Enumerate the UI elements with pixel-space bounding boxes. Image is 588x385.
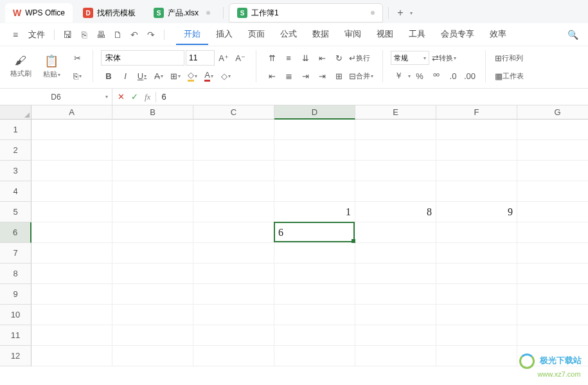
cell[interactable] bbox=[112, 346, 193, 366]
cell[interactable] bbox=[193, 264, 274, 284]
cell[interactable] bbox=[112, 222, 193, 243]
row-header[interactable]: 8 bbox=[0, 264, 31, 284]
cell[interactable] bbox=[517, 264, 588, 284]
cell[interactable] bbox=[517, 181, 588, 202]
cell[interactable] bbox=[517, 161, 588, 181]
borders-button[interactable]: ⊞▾ bbox=[168, 68, 183, 84]
cell[interactable] bbox=[436, 243, 517, 264]
align-right-icon[interactable]: ⇥ bbox=[298, 68, 313, 84]
cell[interactable] bbox=[193, 284, 274, 305]
file-menu[interactable]: 文件 bbox=[24, 29, 49, 40]
decrease-decimal-button[interactable]: .0 bbox=[445, 68, 461, 84]
fx-icon[interactable]: fx bbox=[145, 92, 150, 102]
cell[interactable] bbox=[355, 161, 436, 181]
spreadsheet-grid[interactable]: ABCDEFG 123456789101112 1896 bbox=[0, 105, 588, 385]
italic-button[interactable]: I bbox=[118, 68, 133, 84]
row-header[interactable]: 2 bbox=[0, 140, 31, 161]
cells-area[interactable]: 1896 bbox=[31, 120, 588, 366]
cell[interactable] bbox=[193, 140, 274, 161]
cell[interactable] bbox=[436, 284, 517, 305]
cell[interactable] bbox=[193, 325, 274, 346]
cell[interactable] bbox=[274, 120, 355, 140]
cell[interactable] bbox=[274, 325, 355, 346]
rows-cols-button[interactable]: ⊞行和列 bbox=[494, 50, 524, 66]
row-header[interactable]: 10 bbox=[0, 305, 31, 325]
cell[interactable] bbox=[355, 120, 436, 140]
row-header[interactable]: 7 bbox=[0, 243, 31, 264]
cell[interactable] bbox=[274, 140, 355, 161]
cell[interactable] bbox=[436, 181, 517, 202]
row-header[interactable]: 6 bbox=[0, 222, 31, 243]
tab-tools[interactable]: 工具 bbox=[401, 24, 433, 45]
cell[interactable]: 1 bbox=[274, 202, 355, 222]
number-format-select[interactable]: 常规▾ bbox=[391, 51, 429, 65]
column-header[interactable]: D bbox=[274, 105, 355, 120]
cell[interactable] bbox=[355, 243, 436, 264]
tab-formula[interactable]: 公式 bbox=[272, 24, 305, 45]
merge-button[interactable]: ⊟合并▾ bbox=[348, 68, 375, 84]
cell[interactable] bbox=[193, 305, 274, 325]
cell[interactable] bbox=[355, 305, 436, 325]
cell[interactable] bbox=[355, 325, 436, 346]
align-left-icon[interactable]: ⇤ bbox=[264, 68, 280, 84]
row-header[interactable]: 5 bbox=[0, 202, 31, 222]
name-box[interactable]: D6 ▾ bbox=[0, 89, 112, 105]
cell[interactable] bbox=[517, 202, 588, 222]
cell[interactable] bbox=[436, 264, 517, 284]
cell[interactable] bbox=[31, 284, 112, 305]
row-header[interactable]: 4 bbox=[0, 181, 31, 202]
print-preview-icon[interactable]: 🗋 bbox=[110, 27, 125, 42]
cell[interactable] bbox=[31, 305, 112, 325]
cell[interactable] bbox=[31, 243, 112, 264]
cell[interactable] bbox=[517, 140, 588, 161]
align-top-icon[interactable]: ⇈ bbox=[264, 50, 280, 66]
row-header[interactable]: 3 bbox=[0, 161, 31, 181]
tab-review[interactable]: 审阅 bbox=[337, 24, 369, 45]
select-all-corner[interactable] bbox=[0, 105, 31, 120]
tab-product[interactable]: S 产品.xlsx bbox=[146, 3, 218, 22]
transpose-button[interactable]: ⇄转换▾ bbox=[431, 50, 458, 66]
decrease-font-icon[interactable]: A⁻ bbox=[233, 50, 248, 66]
cell[interactable] bbox=[355, 181, 436, 202]
cell[interactable] bbox=[517, 222, 588, 243]
paste-button[interactable]: 📋 粘贴▾ bbox=[39, 50, 64, 82]
cell[interactable] bbox=[112, 264, 193, 284]
cancel-icon[interactable]: ✕ bbox=[118, 92, 125, 102]
cell[interactable] bbox=[355, 284, 436, 305]
chevron-down-icon[interactable]: ▾ bbox=[105, 94, 108, 100]
bold-button[interactable]: B bbox=[101, 68, 116, 84]
row-header[interactable]: 12 bbox=[0, 346, 31, 366]
cell[interactable] bbox=[517, 120, 588, 140]
cell[interactable] bbox=[112, 202, 193, 222]
tab-vip[interactable]: 会员专享 bbox=[433, 24, 482, 45]
cell[interactable] bbox=[112, 284, 193, 305]
print-icon[interactable]: 🖶 bbox=[93, 27, 109, 42]
cell[interactable] bbox=[436, 222, 517, 243]
cell[interactable] bbox=[517, 284, 588, 305]
cell[interactable] bbox=[436, 161, 517, 181]
cell[interactable] bbox=[193, 346, 274, 366]
undo-icon[interactable]: ↶ bbox=[127, 27, 142, 42]
cell[interactable] bbox=[31, 346, 112, 366]
cell[interactable] bbox=[355, 140, 436, 161]
thousand-sep-button[interactable]: ºº bbox=[429, 68, 444, 84]
clear-format-button[interactable]: ◇▾ bbox=[218, 68, 233, 84]
accept-icon[interactable]: ✓ bbox=[131, 92, 138, 102]
column-header[interactable]: C bbox=[193, 105, 274, 120]
cell[interactable] bbox=[193, 181, 274, 202]
cell[interactable] bbox=[436, 140, 517, 161]
cell[interactable] bbox=[355, 346, 436, 366]
row-header[interactable]: 1 bbox=[0, 120, 31, 140]
cell[interactable] bbox=[193, 161, 274, 181]
indent-left-icon[interactable]: ⇤ bbox=[314, 50, 330, 66]
align-center-icon[interactable]: ≣ bbox=[281, 68, 296, 84]
cell[interactable] bbox=[31, 140, 112, 161]
font-color-button[interactable]: A▾ bbox=[201, 68, 217, 84]
cell[interactable]: 6 bbox=[274, 222, 355, 243]
align-middle-icon[interactable]: ≡ bbox=[281, 50, 296, 66]
save-icon[interactable]: 🖫 bbox=[60, 27, 75, 42]
underline-button[interactable]: U▾ bbox=[134, 68, 150, 84]
tab-view[interactable]: 视图 bbox=[369, 24, 401, 45]
new-tab-button[interactable]: + bbox=[394, 6, 407, 19]
cell[interactable] bbox=[31, 161, 112, 181]
